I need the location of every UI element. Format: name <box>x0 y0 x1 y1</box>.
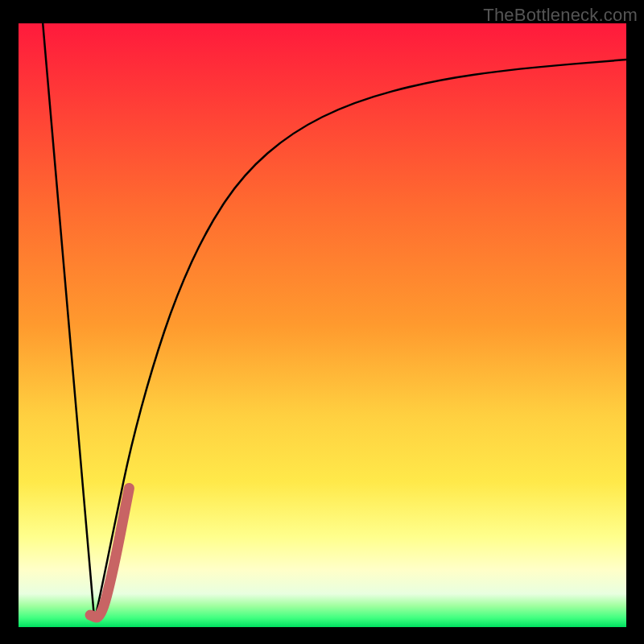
svg-rect-1 <box>19 23 626 627</box>
bottleneck-chart-svg <box>0 0 644 644</box>
chart-stage: TheBottleneck.com <box>0 0 644 644</box>
watermark-text: TheBottleneck.com <box>483 5 638 26</box>
